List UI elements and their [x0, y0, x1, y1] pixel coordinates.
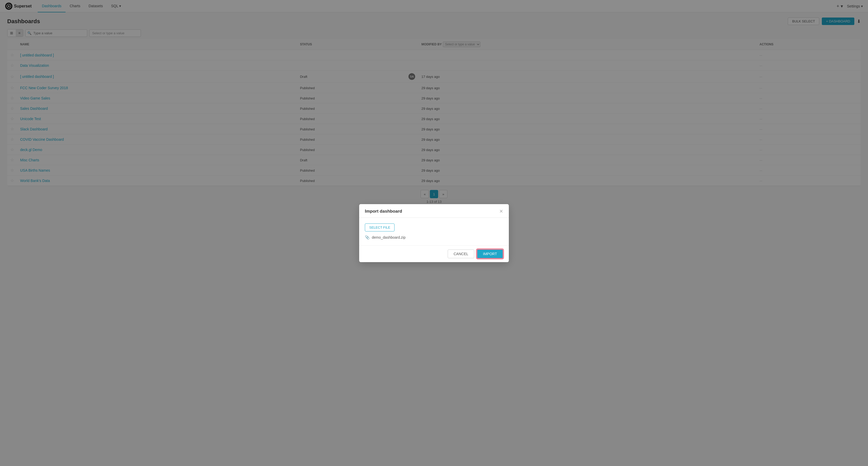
modal-overlay[interactable]: Import dashboard ✕ SELECT FILE 📎 demo_da…	[0, 0, 868, 466]
select-file-button[interactable]: SELECT FILE	[365, 224, 395, 231]
modal-body: SELECT FILE 📎 demo_dashboard.zip	[359, 218, 509, 245]
modal-title: Import dashboard	[365, 209, 402, 214]
modal-close-button[interactable]: ✕	[499, 209, 503, 214]
attachment-icon: 📎	[365, 235, 370, 240]
modal-footer: CANCEL IMPORT	[359, 245, 509, 262]
import-dashboard-modal: Import dashboard ✕ SELECT FILE 📎 demo_da…	[359, 204, 509, 262]
selected-filename: demo_dashboard.zip	[372, 235, 406, 239]
modal-header: Import dashboard ✕	[359, 204, 509, 218]
cancel-button[interactable]: CANCEL	[448, 249, 474, 258]
selected-file-display: 📎 demo_dashboard.zip	[365, 235, 503, 240]
import-button[interactable]: IMPORT	[477, 249, 503, 259]
